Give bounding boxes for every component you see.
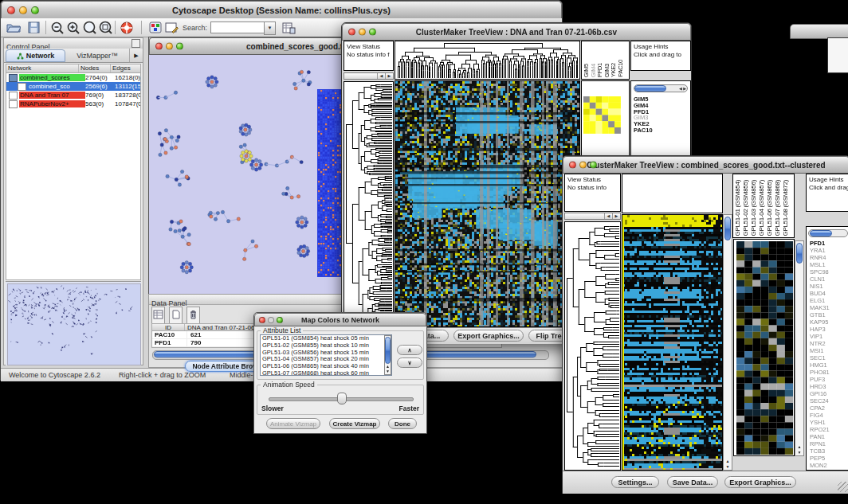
attribute-list-vscrollbar[interactable]: ▲▼ [384,335,391,375]
minimize-button[interactable] [268,317,274,323]
tv2-gene-dendrogram[interactable] [565,222,620,470]
tab-overflow-arrow[interactable]: ▶ [129,49,143,62]
gene-list-item[interactable]: GTB1 [810,311,830,318]
attribute-list-item[interactable]: GPL51-07 (GSM868) heat shock 60 min [262,370,391,376]
export-graphics-button[interactable]: Export Graphics... [724,476,796,488]
main-title-bar[interactable]: Cytoscape Desktop (Session Name: collins… [1,1,562,20]
gene-list-item[interactable]: NIS1 [810,283,830,290]
gene-list-item[interactable]: CPA2 [810,404,830,412]
float-panel-icon[interactable] [132,39,140,48]
minimize-button[interactable] [579,162,587,169]
zoom-button[interactable] [277,317,283,323]
network-overview-thumbnail[interactable] [7,283,141,365]
gene-list-item[interactable]: YSH1 [810,419,830,426]
tv2-left-hscrollbar[interactable]: ◀▶ [564,213,621,220]
tv1-summary-matrix[interactable] [583,96,621,134]
gene-list-item[interactable]: SEC24 [810,397,830,404]
gene-list-item[interactable]: BUD4 [810,290,830,297]
tv1-left-hscrollbar[interactable]: ◀▶ [344,72,394,80]
tv1-heatmap[interactable] [395,81,579,326]
gene-list-item[interactable]: NTR2 [810,340,830,347]
gene-list-item[interactable]: SPC98 [810,268,830,275]
minimize-button[interactable] [166,43,173,50]
tv1-gene-dendrogram[interactable] [344,82,393,326]
move-up-button[interactable]: ∧ [397,345,422,355]
attribute-list[interactable]: GPL51-01 (GSM854) heat shock 05 minGPL51… [260,334,392,376]
done-button[interactable]: Done [388,418,417,429]
minimize-button[interactable] [19,6,27,14]
network-list-item[interactable]: combined_sco2569(6)13112(15) [6,82,140,91]
zoom-button[interactable] [176,43,183,50]
tab-vizmapper[interactable]: VizMapper™ [65,49,129,62]
tv1-array-dendrogram[interactable] [395,41,579,79]
tv2-heatmap-vscrollbar[interactable]: ▲▼ [723,214,732,471]
gene-list-item[interactable]: GPI16 [810,390,830,397]
speed-slider-thumb[interactable] [337,393,347,404]
new-attribute-icon[interactable] [169,307,183,324]
network-list-item[interactable]: DNA and Tran 07769(0)183728(0) [6,91,140,100]
gene-list-item[interactable]: PAN1 [810,433,830,440]
zoom-out-icon[interactable] [49,20,66,35]
dialog-title-bar[interactable]: Map Colors to Network [254,313,426,326]
export-graphics-button[interactable]: Export Graphics... [453,330,524,342]
attribute-select-icon[interactable] [151,307,165,324]
search-dropdown-button[interactable]: ▼ [264,21,276,35]
search-input[interactable] [210,21,265,33]
annotation-icon[interactable] [163,20,180,35]
vizmap-palette-icon[interactable] [147,20,164,35]
gene-list-item[interactable]: PFD1 [810,240,830,247]
gene-list-item[interactable]: HAP3 [810,326,830,333]
gene-list-item[interactable]: CLN1 [810,275,830,283]
import-table-icon[interactable] [280,20,297,35]
network-list-item[interactable]: RNAPuberNov2+563(0)107847(0) [6,100,140,108]
gene-list-item[interactable]: HRD3 [810,383,830,390]
move-down-button[interactable]: ∨ [397,357,422,368]
gene-list-item[interactable]: PHO81 [810,369,830,376]
help-ring-icon[interactable] [118,20,135,35]
zoom-selected-icon[interactable] [96,20,114,35]
close-button[interactable] [348,29,355,36]
settings-button[interactable]: Settings... [611,476,659,488]
gene-list-item[interactable]: ELG1 [810,297,830,304]
gene-list-item[interactable]: HMG1 [810,361,830,369]
zoom-in-icon[interactable] [65,20,82,35]
tv2-subheatmap-vscrollbar[interactable]: ▲▼ [795,240,804,456]
gene-list-item[interactable]: YRA1 [810,247,830,254]
network-list-item[interactable]: combined_scores2764(0)16218(0) [6,73,140,82]
gene-list-item[interactable]: VIP1 [810,333,830,340]
create-vizmap-button[interactable]: Create Vizmap [329,418,380,429]
zoom-button[interactable] [31,6,39,14]
gene-list-item[interactable]: MSI1 [810,347,830,354]
tab-network[interactable]: Network [6,49,65,62]
tv2-subheatmap[interactable] [736,241,793,455]
delete-attribute-icon[interactable] [186,307,200,324]
gene-list-item[interactable]: PUF3 [810,376,830,383]
gene-list-item[interactable]: RPN1 [810,440,830,447]
tv2-heatmap[interactable] [622,215,722,470]
gene-list-item[interactable]: KAP95 [810,318,830,326]
gene-list-item[interactable]: FIG4 [810,412,830,419]
gene-list-item[interactable]: TCB3 [810,447,830,455]
close-button[interactable] [155,43,163,50]
zoom-button[interactable] [590,162,597,169]
close-button[interactable] [569,162,576,169]
gene-list-item[interactable]: PEP5 [810,455,830,462]
tv1-list-hscrollbar[interactable]: ◀ ▶ [634,84,688,92]
tv2-list-hscrollbar[interactable] [808,229,848,237]
open-folder-icon[interactable] [5,20,22,35]
zoom-button[interactable] [369,29,376,36]
zoom-fit-icon[interactable] [80,20,98,35]
close-button[interactable] [259,317,265,323]
save-data-button[interactable]: Save Data... [667,476,718,488]
save-icon[interactable] [25,20,42,35]
gene-list-item[interactable]: RNR4 [810,254,830,261]
treeview1-title-bar[interactable]: ClusterMaker TreeView : DNA and Tran 07-… [342,23,691,41]
treeview2-title-bar[interactable]: ClusterMaker TreeView : combined_scores_… [563,156,848,174]
resize-grip[interactable] [838,482,848,492]
animate-vizmap-button[interactable]: Animate Vizmap [266,418,320,429]
gene-list-item[interactable]: PAC10 [634,127,653,134]
gene-list-item[interactable]: SEC1 [810,354,830,361]
close-button[interactable] [7,6,15,14]
gene-list-item[interactable]: MAK31 [810,304,830,311]
gene-list-item[interactable]: MON2 [810,462,830,469]
